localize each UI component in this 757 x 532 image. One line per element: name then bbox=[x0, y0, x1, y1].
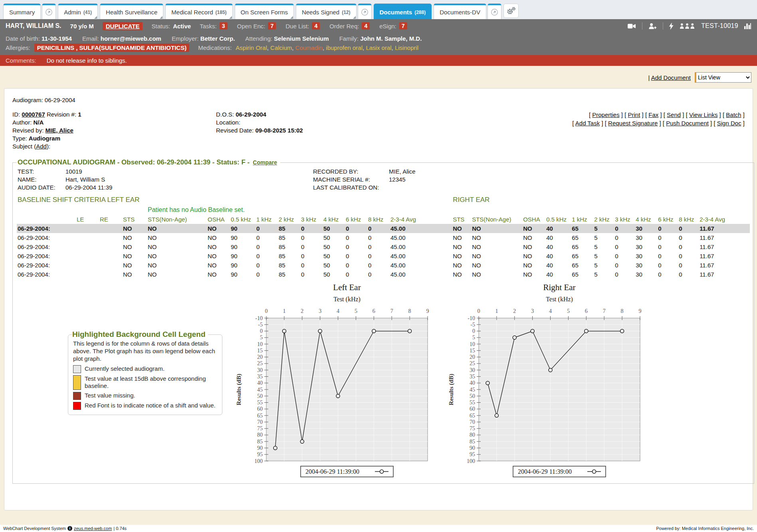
patient-details-row1: Date of birth: 11-30-1954Email: horner@m… bbox=[6, 35, 751, 42]
tab-external-summary[interactable] bbox=[42, 4, 56, 19]
properties-link[interactable]: Properties bbox=[592, 111, 619, 118]
sign-doc-link[interactable]: Sign Doc bbox=[717, 120, 741, 127]
audiogram-row[interactable]: 06-29-2004:NONONO900850500045.00NONONO40… bbox=[17, 251, 750, 261]
footer-host-link[interactable]: zeus.med-web.com bbox=[74, 526, 112, 531]
table-cell: NO bbox=[522, 270, 545, 279]
push-document-link[interactable]: Push Document bbox=[666, 120, 709, 127]
table-cell: 45.00 bbox=[390, 251, 428, 261]
table-cell: 11.67 bbox=[699, 261, 750, 270]
audiogram-row[interactable]: 06-29-2004:NONONO900850500045.00NONONO40… bbox=[17, 233, 750, 242]
tab-needs-signed[interactable]: Needs Signed(12) bbox=[296, 4, 357, 19]
tab-medical-record[interactable]: Medical Record(185) bbox=[165, 4, 232, 19]
gap-cell bbox=[428, 205, 452, 215]
table-cell: 45.00 bbox=[390, 270, 428, 279]
counter-badge[interactable]: 7 bbox=[399, 22, 407, 30]
counter-label: Tasks: bbox=[200, 23, 217, 30]
bar-chart-icon[interactable] bbox=[744, 23, 751, 30]
document-actions-row2: [ Add Task ] [ Request Signature ] [ Pus… bbox=[472, 119, 745, 127]
table-cell: 90 bbox=[230, 251, 256, 261]
counter-badge[interactable]: 4 bbox=[312, 22, 320, 30]
cell-legend-swatch bbox=[73, 375, 81, 390]
info-label: AUDIO DATE: bbox=[18, 184, 65, 191]
system-id: TEST-10019 bbox=[701, 22, 738, 30]
table-cell: 5 bbox=[593, 242, 614, 251]
column-header: OSHA bbox=[207, 215, 230, 224]
svg-text:0: 0 bbox=[478, 308, 480, 314]
footer-left: WebChart Development System zeus.med-web… bbox=[3, 526, 127, 531]
tab-admin[interactable]: Admin(41) bbox=[58, 4, 98, 19]
revised-by-link[interactable]: MIE, Alice bbox=[46, 127, 73, 134]
svg-text:75: 75 bbox=[470, 425, 475, 431]
table-cell: 0 bbox=[256, 242, 278, 251]
table-cell: NO bbox=[147, 251, 207, 261]
svg-text:55: 55 bbox=[257, 399, 263, 405]
patient-status: Status: Active bbox=[151, 23, 191, 30]
svg-text:25: 25 bbox=[257, 360, 263, 366]
tab-on-screen-forms[interactable]: On Screen Forms bbox=[235, 4, 294, 19]
video-call-icon[interactable] bbox=[627, 23, 636, 30]
table-cell: 11.67 bbox=[699, 270, 750, 279]
document-id-link[interactable]: 0000767 bbox=[22, 111, 45, 118]
tab-external-needs-signed[interactable] bbox=[358, 4, 372, 19]
table-cell: NO bbox=[471, 270, 522, 279]
print-link[interactable]: Print bbox=[628, 111, 640, 118]
tab-group-summary: Summary bbox=[3, 4, 56, 19]
table-cell: NO bbox=[522, 233, 545, 242]
request-signature-link[interactable]: Request Signature bbox=[608, 120, 658, 127]
svg-text:9: 9 bbox=[639, 308, 642, 314]
fax-link[interactable]: Fax bbox=[648, 111, 658, 118]
compare-link[interactable]: Compare bbox=[253, 159, 277, 166]
add-task-linkwrap: [ Add Task ] bbox=[572, 120, 604, 127]
add-document-link[interactable]: Add Document bbox=[651, 74, 691, 81]
info-icon[interactable] bbox=[67, 526, 72, 531]
add-task-link[interactable]: Add Task bbox=[575, 120, 600, 127]
duplicate-badge[interactable]: DUPLICATE bbox=[103, 22, 143, 30]
tab-health-surveillance[interactable]: Health Surveillance bbox=[100, 4, 163, 19]
counter-badge[interactable]: 3 bbox=[220, 22, 228, 30]
table-cell: 0 bbox=[657, 261, 678, 270]
print-linkwrap: [ Print ] bbox=[624, 111, 645, 118]
document-title: Audiogram: 06-29-2004 bbox=[12, 97, 745, 103]
table-cell: 0 bbox=[367, 233, 390, 242]
table-cell: 5 bbox=[593, 224, 614, 233]
occupational-audiogram-section: OCCUPATIONAL AUDIOGRAM - Observed: 06-29… bbox=[12, 158, 754, 484]
audiogram-row[interactable]: 06-29-2004:NONONO900850500045.00NONONO40… bbox=[17, 224, 750, 233]
tab-group-health-surveillance: Health Surveillance bbox=[100, 4, 163, 19]
view-links-link[interactable]: View Links bbox=[689, 111, 717, 118]
audiogram-row[interactable]: 06-29-2004:NONONO900850500045.00NONONO40… bbox=[17, 242, 750, 251]
audiogram-row[interactable]: 06-29-2004:NONONO900850500045.00NONONO40… bbox=[17, 261, 750, 270]
document-meta-left: ID: 0000767 Revision #: 1 Author: N/A Re… bbox=[12, 111, 216, 150]
svg-text:60: 60 bbox=[470, 406, 475, 412]
svg-text:Left Ear: Left Ear bbox=[333, 283, 361, 292]
settings-gear-button[interactable] bbox=[503, 4, 519, 18]
counter-badge[interactable]: 7 bbox=[268, 22, 276, 30]
tab-external-documents-dv[interactable] bbox=[487, 4, 501, 19]
table-cell: 5 bbox=[593, 233, 614, 242]
svg-text:8: 8 bbox=[621, 308, 624, 314]
counter-badge[interactable]: 4 bbox=[362, 22, 370, 30]
send-link[interactable]: Send bbox=[667, 111, 681, 118]
tab-documents[interactable]: Documents(288) bbox=[374, 4, 432, 19]
care-team-icon[interactable] bbox=[680, 23, 696, 30]
tab-group-needs-signed: Needs Signed(12) bbox=[296, 4, 372, 19]
footer-powered-by: Powered by: Medical Informatics Engineer… bbox=[656, 526, 754, 531]
svg-text:10: 10 bbox=[257, 341, 263, 347]
quick-action-lightning-icon[interactable] bbox=[669, 22, 674, 30]
audiogram-row[interactable]: 06-29-2004:NONONO900850500045.00NONONO40… bbox=[17, 270, 750, 279]
tab-documents-dv[interactable]: Documents-DV bbox=[434, 4, 486, 19]
svg-text:2: 2 bbox=[513, 308, 516, 314]
cell-legend-wrap: Highlighted Background Cell Legend This … bbox=[17, 281, 222, 415]
table-cell: 0 bbox=[256, 233, 278, 242]
subject-add-link[interactable]: Add bbox=[36, 143, 47, 150]
cell-legend-description: This legend is for the column & rows of … bbox=[73, 340, 217, 363]
detail-family: Family: John M. Sample, M.D. bbox=[339, 35, 422, 42]
svg-text:90: 90 bbox=[470, 445, 475, 451]
view-select[interactable]: List View bbox=[695, 72, 751, 83]
medication-separator: , bbox=[267, 44, 270, 51]
batch-link[interactable]: Batch bbox=[726, 111, 741, 118]
tab-summary[interactable]: Summary bbox=[3, 4, 41, 19]
add-person-icon[interactable] bbox=[648, 22, 657, 30]
column-header: RE bbox=[99, 215, 122, 224]
comments-bar: Comments: Do not release info to sibling… bbox=[0, 55, 757, 66]
column-header: 6 kHz bbox=[345, 215, 367, 224]
